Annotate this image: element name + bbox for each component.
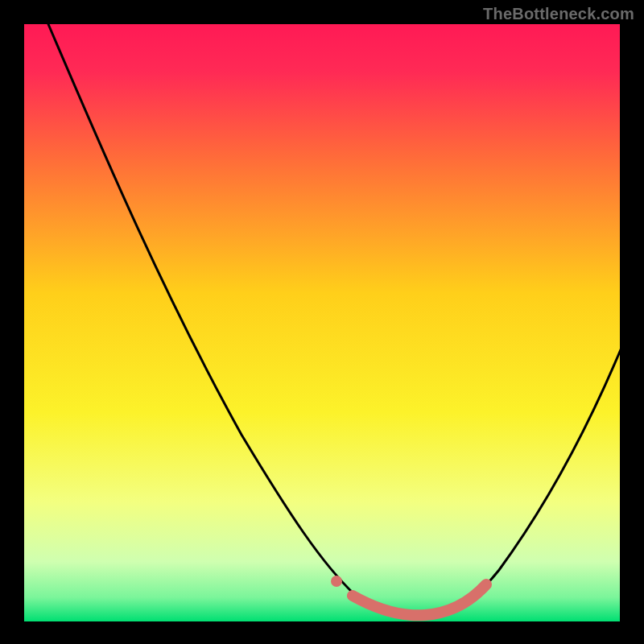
chart-stage: TheBottleneck.com [0, 0, 644, 644]
watermark-text: TheBottleneck.com [483, 5, 634, 23]
gradient-panel [24, 24, 620, 621]
highlight-dot [331, 576, 342, 587]
bottleneck-chart-svg [0, 0, 644, 644]
